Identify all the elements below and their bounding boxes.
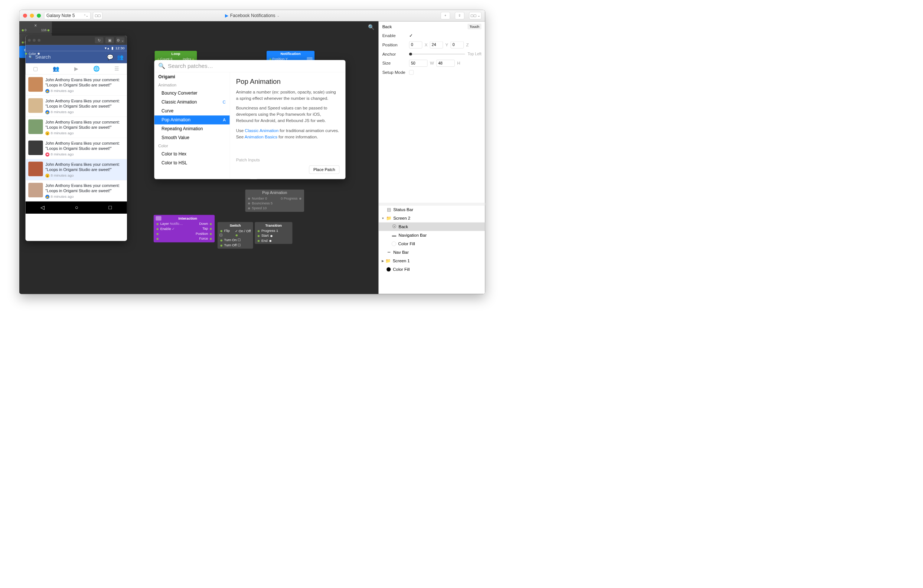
messenger-icon[interactable]: 💬 <box>107 53 114 61</box>
disclosure-icon[interactable]: ▼ <box>382 217 384 220</box>
pop-animation-patch[interactable]: Pop Animation Number 00 Progress Bouncin… <box>245 190 304 212</box>
pos-x-input[interactable] <box>409 41 422 49</box>
transition-patch[interactable]: Transition Progress 1 Start End <box>255 222 292 244</box>
sidebar-item[interactable]: Repeating Animation <box>154 124 230 133</box>
inspector-panel: Back Touch Enable ✓ Position X Y Z Ancho… <box>378 21 485 294</box>
multiply-patch[interactable]: × 0116 <box>19 21 52 34</box>
zoom-icon[interactable] <box>37 13 41 18</box>
size-label: Size <box>383 61 407 66</box>
add-button[interactable]: + <box>441 12 450 19</box>
detail-p2: Bounciness and Speed values can be passe… <box>236 105 339 124</box>
notification-time: 8 minutes ago <box>51 173 74 178</box>
sidebar-item[interactable]: Color to Hex <box>154 149 230 159</box>
status-time: 12:30 <box>115 46 125 51</box>
layer-row[interactable]: ━Nav Bar <box>379 248 485 257</box>
sidebar-item[interactable]: Pop AnimationA <box>154 115 230 124</box>
phone-status-bar: ▾ ▴ ▮ 12:30 <box>26 45 127 51</box>
sidebar-item[interactable]: Smooth Value <box>154 133 230 142</box>
notification-list: John Anthony Evans likes your comment: "… <box>26 75 127 201</box>
classic-link[interactable]: Classic Animation <box>245 128 278 133</box>
layer-row[interactable]: ▬Navigation Bar <box>379 231 485 240</box>
popup-search[interactable]: 🔍 Search patches… <box>154 60 345 72</box>
chrome-dot <box>38 39 41 42</box>
layer-row[interactable]: ▼📁Screen 2 <box>379 214 485 222</box>
document-title[interactable]: ▶ Facebook Notifications ⌄ <box>225 13 279 18</box>
interaction-patch[interactable]: Interaction Layer Notific…Down Enable ✓T… <box>154 215 215 242</box>
tab-notifications[interactable]: 🌐 <box>87 63 107 74</box>
notification-item[interactable]: John Anthony Evans likes your comment: "… <box>26 117 127 138</box>
popup-detail: Pop Animation Animate a number (ex: posi… <box>230 72 345 179</box>
camera-button[interactable]: ▣ <box>105 37 114 43</box>
touch-tag[interactable]: Touch <box>467 24 481 29</box>
minimize-icon[interactable] <box>30 13 34 18</box>
sidebar-item[interactable]: Curve <box>154 106 230 115</box>
pos-y-input[interactable] <box>430 41 443 49</box>
close-icon[interactable] <box>23 13 27 18</box>
home-icon[interactable]: ○ <box>75 205 78 211</box>
sidebar-item[interactable]: Classic AnimationC <box>154 98 230 106</box>
share-button[interactable]: ⇧ <box>455 12 464 19</box>
size-h-input[interactable] <box>436 60 455 67</box>
anchor-value: Top Left <box>468 52 481 56</box>
tab-menu[interactable]: ☰ <box>107 63 127 74</box>
layer-row[interactable]: ▶📁Screen 1 <box>379 257 485 265</box>
patch-title: Switch <box>218 223 253 229</box>
tab-watch[interactable]: ▶ <box>66 63 87 74</box>
friends-icon[interactable]: 👥 <box>116 53 124 61</box>
app-body: 🔍 ↻ ▣ ⚙ ⌄ ▾ ▴ ▮ 12:30 <box>19 21 485 294</box>
layer-label: Screen 2 <box>393 216 410 220</box>
layer-label: Color Fill <box>393 267 409 272</box>
reload-button[interactable]: ↻ <box>95 37 103 43</box>
pos-z-input[interactable] <box>451 41 464 49</box>
avatar <box>28 141 43 155</box>
sidebar-item[interactable]: Bouncy Converter <box>154 88 230 98</box>
notification-item[interactable]: John Anthony Evans likes your comment: "… <box>26 180 127 201</box>
search-placeholder: Search patches… <box>168 63 213 69</box>
op-label: × <box>34 23 37 28</box>
layer-icon: 📁 <box>386 216 391 220</box>
patch-title: Interaction <box>163 216 213 221</box>
layer-row[interactable]: Color Fill <box>379 240 485 248</box>
notification-item[interactable]: John Anthony Evans likes your comment: "… <box>26 75 127 96</box>
phone-chrome: ↻ ▣ ⚙ ⌄ <box>26 36 127 45</box>
android-nav-bar: ◁ ○ □ <box>26 201 127 214</box>
detail-p3: Use Classic Animation for traditional an… <box>236 127 339 140</box>
layer-row[interactable]: ▤Status Bar <box>379 205 485 214</box>
settings-button[interactable]: ⚙ ⌄ <box>116 37 124 43</box>
phone-search-bar: 🔍 Search 💬 👥 <box>26 51 127 64</box>
search-icon[interactable]: 🔍 <box>368 24 374 30</box>
signal-icon: ▾ ▴ <box>105 46 110 50</box>
view-button[interactable]: ▢▢ ⌄ <box>469 12 481 19</box>
notification-item[interactable]: John Anthony Evans likes your comment: "… <box>26 159 127 180</box>
layer-row[interactable]: Color Fill <box>379 265 485 274</box>
layer-row[interactable]: ⦿Back <box>379 223 485 231</box>
avatar <box>28 183 43 197</box>
tab-feed[interactable]: ▢ <box>26 63 46 74</box>
place-patch-button[interactable]: Place Patch <box>309 165 340 174</box>
reaction-icon: 👍 <box>45 195 49 199</box>
basics-link[interactable]: Animation Basics <box>245 134 278 139</box>
back-icon[interactable]: ◁ <box>41 205 44 211</box>
disclosure-icon[interactable]: ▶ <box>382 259 384 263</box>
chrome-dot <box>28 39 31 42</box>
recents-icon[interactable]: □ <box>108 205 112 211</box>
notification-item[interactable]: John Anthony Evans likes your comment: "… <box>26 96 127 117</box>
search-placeholder[interactable]: Search <box>35 54 104 60</box>
patch-inputs-heading: Patch Inputs <box>236 157 339 162</box>
notification-text: John Anthony Evans likes your comment: "… <box>45 141 124 152</box>
doc-name: Facebook Notifications <box>230 13 276 18</box>
setup-checkbox[interactable] <box>409 70 414 75</box>
notification-item[interactable]: John Anthony Evans likes your comment: "… <box>26 138 127 159</box>
battery-icon: ▮ <box>112 46 113 50</box>
switch-patch[interactable]: Switch Flip ☐✓ On / Off Turn On ☐ Turn O… <box>218 222 253 249</box>
sidebar-item[interactable]: Color to HSL <box>154 159 230 167</box>
tab-friends[interactable]: 👥 <box>46 63 66 74</box>
canvas[interactable]: 🔍 ↻ ▣ ⚙ ⌄ ▾ ▴ ▮ 12:30 <box>19 21 378 294</box>
device-select[interactable]: Galaxy Note 5 ⌃⌄ <box>44 12 90 19</box>
enable-value[interactable]: ✓ <box>409 33 413 38</box>
split-view-button[interactable]: ▢▢ <box>93 12 102 19</box>
size-w-input[interactable] <box>409 60 427 67</box>
layer-icon: 📁 <box>386 259 391 263</box>
phone-preview: ↻ ▣ ⚙ ⌄ ▾ ▴ ▮ 12:30 🔍 Search 💬 👥 <box>26 36 127 241</box>
anchor-slider[interactable] <box>409 54 465 54</box>
